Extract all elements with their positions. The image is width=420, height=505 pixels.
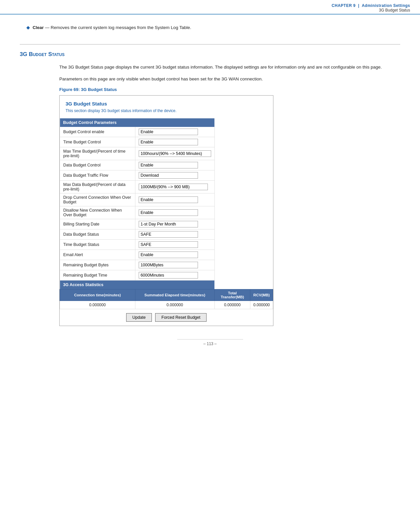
row-value-12: [135, 260, 214, 270]
value-input-9: [139, 231, 198, 238]
value-input-2: [139, 150, 211, 157]
row-label-12: Remaining Budget Bytes: [60, 260, 135, 270]
stats-data-row: 0.000000 0.000000 0.000000 0.000000: [60, 301, 273, 309]
stats-header: 3G Access Statistics: [60, 281, 215, 289]
value-input-10: [139, 241, 198, 248]
table-row: Data Budget Status: [60, 229, 273, 240]
row-value-0: [135, 127, 214, 137]
value-input-12: [139, 262, 198, 268]
stats-col-3: RCV(MB): [250, 289, 273, 301]
chapter-title: Administration Settings: [362, 3, 410, 8]
row-value-13: [135, 270, 214, 281]
table-row: Remaining Budget Time: [60, 270, 273, 281]
table-row: Max Time Budget/(Percent of time pre-lim…: [60, 147, 273, 160]
table-row: Remaining Budget Bytes: [60, 260, 273, 270]
row-label-10: Time Budget Status: [60, 240, 135, 250]
row-value-6: [135, 193, 214, 206]
fig-subtitle: This section display 3G budget status in…: [66, 108, 267, 113]
table-row: Drop Current Connection When Over Budget: [60, 193, 273, 206]
header-separator: |: [358, 3, 359, 8]
table-row: Disallow New Connection When Over Budget: [60, 206, 273, 219]
stats-data-2: 0.000000: [214, 301, 250, 309]
row-label-6: Drop Current Connection When Over Budget: [60, 193, 135, 206]
row-label-2: Max Time Budget/(Percent of time pre-lim…: [60, 147, 135, 160]
stats-data-3: 0.000000: [250, 301, 273, 309]
table-row: Time Budget Status: [60, 240, 273, 250]
table-row: Email Alert: [60, 250, 273, 260]
row-label-8: Billing Starting Date: [60, 219, 135, 229]
row-value-3: [135, 160, 214, 170]
fig-title-bar: 3G Budget Status This section display 3G…: [60, 96, 273, 118]
row-value-7: [135, 206, 214, 219]
stats-col-0: Connection time(minutes): [60, 289, 135, 301]
budget-control-header: Budget Control Parameters: [60, 118, 215, 127]
row-value-10: [135, 240, 214, 250]
stats-col-2: Total Transfer(MB): [214, 289, 250, 301]
chapter-subtitle: 3G Budget Status: [10, 8, 410, 13]
value-input-7: [139, 209, 198, 216]
row-value-8: [135, 219, 214, 229]
section-para1: The 3G Budget Status page displays the c…: [59, 64, 400, 71]
section-heading: 3G Budget Status: [20, 51, 400, 58]
bullet-description: — Removes the current system log message…: [45, 25, 191, 30]
value-input-0: [139, 129, 198, 135]
bullet-text: Clear — Removes the current system log m…: [33, 24, 191, 31]
row-label-11: Email Alert: [60, 250, 135, 260]
value-input-4: [139, 172, 198, 179]
row-label-9: Data Budget Status: [60, 229, 135, 240]
row-value-11: [135, 250, 214, 260]
row-label-1: Time Budget Control: [60, 137, 135, 147]
params-table: Budget Control Parameters Budget Control…: [60, 118, 273, 309]
stats-col-1: Summated Elapsed time(minutes): [135, 289, 214, 301]
chapter-num: 9: [353, 3, 355, 8]
stats-column-headers: Connection time(minutes) Summated Elapse…: [60, 289, 273, 301]
page-header: Chapter 9 | Administration Settings 3G B…: [0, 0, 420, 15]
chapter-line: Chapter 9 | Administration Settings: [10, 3, 410, 8]
bullet-bold: Clear: [33, 25, 44, 30]
value-input-13: [139, 272, 198, 279]
value-input-5: [139, 184, 208, 190]
main-content: ◆ Clear — Removes the current system log…: [0, 15, 420, 366]
row-label-7: Disallow New Connection When Over Budget: [60, 206, 135, 219]
row-value-1: [135, 137, 214, 147]
value-input-11: [139, 252, 198, 258]
stats-section-header-row: 3G Access Statistics: [60, 281, 273, 289]
value-input-1: [139, 139, 198, 145]
page-number: – 113 –: [203, 342, 216, 346]
value-input-3: [139, 162, 198, 168]
value-input-8: [139, 221, 198, 227]
row-value-9: [135, 229, 214, 240]
row-label-5: Max Data Budget/(Percent of data pre-lim…: [60, 181, 135, 193]
figure-label: Figure 69: 3G Budget Status: [59, 87, 400, 92]
table-row: Time Budget Control: [60, 137, 273, 147]
footer-divider: [177, 339, 243, 340]
bullet-diamond-icon: ◆: [26, 25, 30, 30]
table-row: Billing Starting Date: [60, 219, 273, 229]
button-row: Update Forced Reset Budget: [60, 309, 273, 326]
update-button[interactable]: Update: [126, 313, 152, 322]
table-section-header-row: Budget Control Parameters: [60, 118, 273, 127]
section-para2: Parameters on this page are only visible…: [59, 75, 400, 83]
stats-data-0: 0.000000: [60, 301, 135, 309]
row-label-4: Data Budget Traffic Flow: [60, 170, 135, 181]
table-row: Budget Control enable: [60, 127, 273, 137]
row-value-2: [135, 147, 214, 160]
row-label-3: Data Budget Control: [60, 160, 135, 170]
fig-title: 3G Budget Status: [66, 101, 267, 106]
figure-box: 3G Budget Status This section display 3G…: [59, 95, 273, 326]
row-label-0: Budget Control enable: [60, 127, 135, 137]
table-row: Data Budget Control: [60, 160, 273, 170]
row-value-5: [135, 181, 214, 193]
stats-data-1: 0.000000: [135, 301, 214, 309]
table-row: Max Data Budget/(Percent of data pre-lim…: [60, 181, 273, 193]
bullet-item: ◆ Clear — Removes the current system log…: [26, 24, 400, 31]
row-value-4: [135, 170, 214, 181]
bullet-section: ◆ Clear — Removes the current system log…: [20, 24, 400, 31]
row-label-13: Remaining Budget Time: [60, 270, 135, 281]
table-row: Data Budget Traffic Flow: [60, 170, 273, 181]
page-footer: – 113 –: [20, 339, 400, 353]
value-input-6: [139, 196, 198, 203]
chapter-word: Chapter: [332, 3, 352, 8]
forced-reset-budget-button[interactable]: Forced Reset Budget: [155, 313, 207, 322]
section-divider: [20, 44, 400, 45]
